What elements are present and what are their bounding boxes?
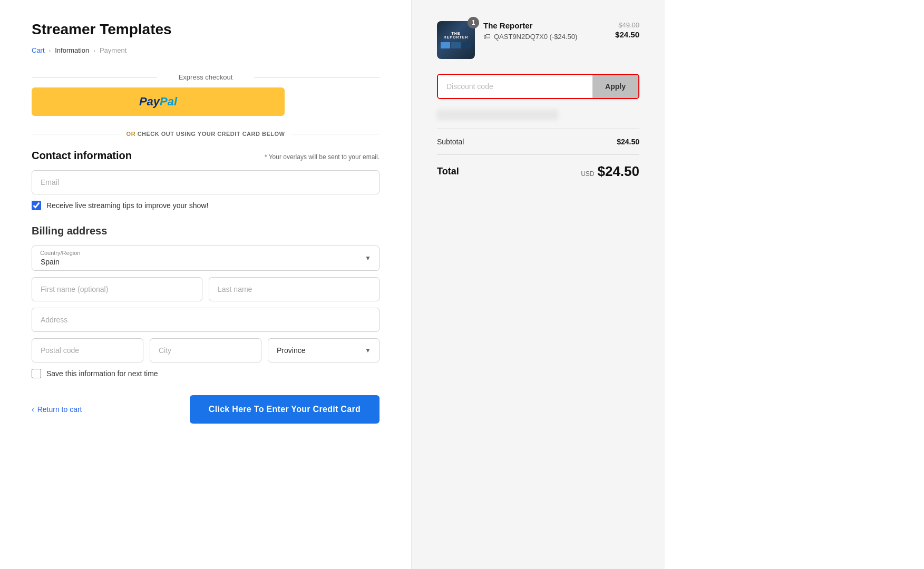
product-image-wrapper: THEREPORTER 1	[437, 21, 475, 59]
total-row: Total USD $24.50	[437, 163, 639, 180]
or-divider: OR CHECK OUT USING YOUR CREDIT CARD BELO…	[32, 131, 380, 137]
contact-header: Contact information * Your overlays will…	[32, 150, 380, 162]
left-panel: Streamer Templates Cart › Information › …	[0, 0, 411, 569]
total-label: Total	[437, 166, 459, 177]
summary-divider-2	[437, 154, 639, 155]
product-img-label: THEREPORTER	[444, 32, 469, 39]
cart-badge: 1	[468, 17, 479, 28]
save-info-row: Save this information for next time	[32, 369, 380, 378]
action-row: ‹ Return to cart Click Here To Enter You…	[32, 395, 380, 424]
email-group	[32, 170, 380, 194]
apply-button[interactable]: Apply	[592, 75, 638, 98]
product-pricing: $49.00 $24.50	[615, 21, 639, 39]
save-info-label: Save this information for next time	[46, 369, 158, 378]
newsletter-row: Receive live streaming tips to improve y…	[32, 201, 380, 210]
credit-card-button[interactable]: Click Here To Enter Your Credit Card	[190, 395, 380, 424]
name-row	[32, 277, 380, 301]
product-discount-code: QAST9N2DQ7X0 (-$24.50)	[494, 33, 577, 41]
return-arrow-icon: ‹	[32, 405, 34, 414]
product-info: The Reporter 🏷 QAST9N2DQ7X0 (-$24.50)	[483, 21, 607, 41]
thumb-3	[462, 42, 471, 48]
billing-title: Billing address	[32, 225, 380, 237]
current-price: $24.50	[615, 30, 639, 39]
product-name: The Reporter	[483, 21, 607, 30]
country-select-wrapper: Country/Region Spain ▼	[32, 246, 380, 271]
postal-code-field[interactable]	[32, 338, 143, 362]
last-name-field[interactable]	[209, 277, 380, 301]
thumb-2	[451, 42, 461, 48]
return-label: Return to cart	[37, 405, 82, 414]
express-checkout-label: Express checkout	[32, 73, 380, 81]
total-value-group: USD $24.50	[581, 163, 639, 180]
express-checkout-section: Express checkout PayPal	[32, 73, 380, 116]
province-select-wrapper: Province ▼	[268, 338, 380, 362]
paypal-pay-text: Pay	[139, 95, 160, 108]
newsletter-label: Receive live streaming tips to improve y…	[46, 201, 208, 210]
city-row: Province ▼	[32, 338, 380, 362]
subtotal-row: Subtotal $24.50	[437, 138, 639, 146]
total-currency: USD	[581, 170, 594, 178]
breadcrumb: Cart › Information › Payment	[32, 46, 380, 54]
contact-section: Contact information * Your overlays will…	[32, 150, 380, 210]
tag-icon: 🏷	[483, 32, 491, 41]
site-title: Streamer Templates	[32, 21, 380, 38]
product-img-thumbnails	[441, 42, 471, 48]
breadcrumb-sep-2: ›	[93, 47, 95, 54]
breadcrumb-cart[interactable]: Cart	[32, 46, 45, 54]
city-field[interactable]	[150, 338, 261, 362]
original-price: $49.00	[615, 21, 639, 29]
breadcrumb-information: Information	[55, 46, 89, 54]
contact-title: Contact information	[32, 150, 132, 162]
total-amount: $24.50	[597, 163, 639, 180]
contact-note: * Your overlays will be sent to your ema…	[265, 153, 380, 161]
right-panel: THEREPORTER 1 The Reporter 🏷 QAST9N2DQ7X…	[412, 0, 665, 569]
redacted-info	[437, 110, 558, 120]
first-name-field[interactable]	[32, 277, 202, 301]
email-field[interactable]	[32, 170, 380, 194]
product-discount-row: 🏷 QAST9N2DQ7X0 (-$24.50)	[483, 32, 607, 41]
paypal-button[interactable]: PayPal	[32, 87, 285, 116]
discount-code-wrapper: Apply	[437, 74, 639, 99]
paypal-label: PayPal	[139, 95, 177, 109]
breadcrumb-sep-1: ›	[49, 47, 51, 54]
save-info-checkbox[interactable]	[32, 369, 41, 378]
return-to-cart-link[interactable]: ‹ Return to cart	[32, 405, 82, 414]
product-row: THEREPORTER 1 The Reporter 🏷 QAST9N2DQ7X…	[437, 21, 639, 59]
paypal-pal-text: Pal	[160, 95, 177, 108]
discount-code-input[interactable]	[438, 75, 592, 98]
summary-divider-1	[437, 129, 639, 129]
billing-section: Billing address Country/Region Spain ▼ P…	[32, 225, 380, 378]
country-select[interactable]: Spain	[32, 246, 380, 271]
address-field[interactable]	[32, 308, 380, 332]
newsletter-checkbox[interactable]	[32, 201, 41, 210]
province-select[interactable]: Province	[268, 338, 380, 362]
subtotal-label: Subtotal	[437, 138, 464, 146]
breadcrumb-payment: Payment	[100, 46, 127, 54]
subtotal-value: $24.50	[617, 138, 639, 146]
or-divider-text: OR CHECK OUT USING YOUR CREDIT CARD BELO…	[127, 131, 285, 137]
thumb-1	[441, 42, 450, 48]
address-group	[32, 308, 380, 332]
